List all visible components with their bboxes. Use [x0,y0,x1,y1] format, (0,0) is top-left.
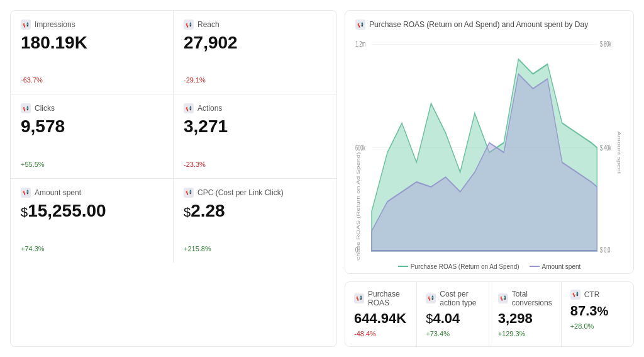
reach-label: Reach [197,20,219,29]
actions-icon: 📢 [184,103,194,113]
impressions-label: Impressions [35,20,75,29]
total-conversions-change: +129.3% [498,329,552,339]
svg-text:$ 40k: $ 40k [600,144,612,152]
svg-text:Sep 29, 2024: Sep 29, 2024 [463,259,487,261]
actions-change: -23.3% [184,159,326,169]
impressions-icon: 📢 [21,20,31,30]
ctr-percent-sign: % [597,304,609,318]
legend-roas-label: Purchase ROAS (Return on Ad Spend) [411,263,519,270]
total-conversions-card: 📢 Total conversions 3,298 +129.3% [489,282,562,346]
cpc-currency: $ [184,205,191,219]
total-conversions-label: Total conversions [512,290,552,307]
ctr-value: 87.3% [570,303,625,319]
metrics-panel: 📢 Impressions 180.19K -63.7% 📢 Reach 27,… [10,10,337,347]
cpc-icon: 📢 [184,188,194,198]
clicks-icon: 📢 [21,103,31,113]
amount-spent-change: +74.3% [21,244,163,254]
legend-amount-line [530,266,540,267]
dashboard: 📢 Impressions 180.19K -63.7% 📢 Reach 27,… [0,0,644,357]
purchase-roas-header: 📢 Purchase ROAS [354,290,408,307]
actions-card: 📢 Actions 3,271 -23.3% [174,94,336,178]
svg-text:$ 80k: $ 80k [600,40,612,48]
impressions-card: 📢 Impressions 180.19K -63.7% [11,11,174,94]
amount-spent-value: $15,255.00 [21,201,163,221]
legend-amount: Amount spent [530,263,581,270]
total-conversions-value: 3,298 [498,311,552,326]
svg-text:Purchase ROAS (Return on Ad Sp: Purchase ROAS (Return on Ad Spend) [357,152,361,261]
reach-value: 27,902 [184,33,326,53]
cpc-value: $2.28 [184,201,326,221]
reach-header: 📢 Reach [184,20,326,30]
purchase-roas-value: 644.94K [354,311,408,326]
cpc-card: 📢 CPC (Cost per Link Click) $2.28 +215.8… [174,179,336,263]
ctr-icon: 📢 [570,290,580,300]
chart-area: 1.2m 600k 0 $ 80k $ 40k $ 0.0 Purchase R… [355,35,623,261]
chart-card: 📢 Purchase ROAS (Return on Ad Spend) and… [345,10,634,274]
right-panel: 📢 Purchase ROAS (Return on Ad Spend) and… [345,10,634,347]
amount-spent-label: Amount spent [35,188,81,197]
svg-text:Sep 22, 2024: Sep 22, 2024 [404,259,429,261]
svg-text:Sep 15, 2024: Sep 15, 2024 [360,259,384,261]
amount-spent-icon: 📢 [21,188,31,198]
svg-text:Oct 13, 2024: Oct 13, 2024 [574,259,597,261]
chart-legend: Purchase ROAS (Return on Ad Spend) Amoun… [355,263,623,270]
actions-header: 📢 Actions [184,103,326,113]
cpc-label: CPC (Cost per Link Click) [197,188,284,197]
svg-text:Oct 6, 2024: Oct 6, 2024 [523,259,543,261]
clicks-value: 9,578 [21,117,163,137]
chart-title-row: 📢 Purchase ROAS (Return on Ad Spend) and… [355,20,623,30]
cost-per-action-value: $4.04 [426,311,479,326]
svg-text:1.2m: 1.2m [355,40,365,48]
cpc-header: 📢 CPC (Cost per Link Click) [184,188,326,198]
amount-spent-header: 📢 Amount spent [21,188,163,198]
chart-svg: 1.2m 600k 0 $ 80k $ 40k $ 0.0 Purchase R… [355,35,623,261]
clicks-header: 📢 Clicks [21,103,163,113]
total-conversions-header: 📢 Total conversions [498,290,552,307]
cost-per-action-currency: $ [426,312,433,326]
actions-label: Actions [197,104,222,113]
actions-value: 3,271 [184,117,326,137]
reach-icon: 📢 [184,20,194,30]
cost-per-action-change: +73.4% [426,329,479,339]
legend-roas: Purchase ROAS (Return on Ad Spend) [398,263,519,270]
svg-text:$ 0.0: $ 0.0 [600,246,611,254]
chart-icon: 📢 [355,20,365,30]
amount-spent-card: 📢 Amount spent $15,255.00 +74.3% [11,179,174,263]
reach-card: 📢 Reach 27,902 -29.1% [174,11,336,94]
cost-per-action-label: Cost per action type [440,290,479,307]
ctr-label: CTR [584,290,600,299]
legend-roas-line [398,266,408,267]
impressions-value: 180.19K [21,33,163,53]
purchase-roas-card: 📢 Purchase ROAS 644.94K -48.4% [345,282,417,346]
cost-per-action-header: 📢 Cost per action type [426,290,479,307]
svg-text:Amount spent: Amount spent [616,132,621,174]
reach-change: -29.1% [184,75,326,85]
legend-amount-label: Amount spent [542,263,581,270]
clicks-change: +55.5% [21,159,163,169]
ctr-header: 📢 CTR [570,290,625,300]
amount-spent-currency: $ [21,205,28,219]
clicks-label: Clicks [35,104,55,113]
impressions-change: -63.7% [21,75,163,85]
purchase-roas-label: Purchase ROAS [368,290,408,307]
cost-per-action-icon: 📢 [426,293,436,303]
clicks-card: 📢 Clicks 9,578 +55.5% [11,94,174,178]
bottom-metrics: 📢 Purchase ROAS 644.94K -48.4% 📢 Cost pe… [345,281,634,347]
chart-title: Purchase ROAS (Return on Ad Spend) and A… [369,20,588,29]
purchase-roas-icon: 📢 [354,293,364,303]
total-conversions-icon: 📢 [498,293,508,303]
svg-text:600k: 600k [355,144,366,152]
ctr-card: 📢 CTR 87.3% +28.0% [562,282,633,346]
cost-per-action-card: 📢 Cost per action type $4.04 +73.4% [417,282,489,346]
ctr-change: +28.0% [570,321,625,331]
impressions-header: 📢 Impressions [21,20,163,30]
purchase-roas-change: -48.4% [354,329,408,339]
cpc-change: +215.8% [184,244,326,254]
